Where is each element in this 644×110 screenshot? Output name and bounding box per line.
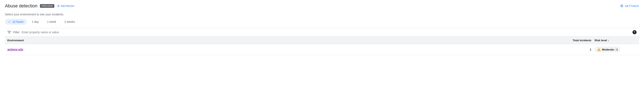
page-title: Abuse detection	[5, 3, 38, 9]
time-filter-1w[interactable]: 1 week	[44, 19, 60, 25]
filter-icon	[8, 31, 11, 34]
time-filter-1w-label: 1 week	[47, 20, 56, 23]
time-filter-1d-label: 1 day	[32, 20, 39, 23]
table-cell-risk: ! Moderate : 1	[591, 47, 636, 52]
sort-desc-icon: ↓	[608, 39, 609, 42]
header-left: Abuse detection PREVIEW ↺ REFRESH	[5, 3, 74, 9]
settings-button[interactable]: ⚙ SETTINGS	[620, 4, 639, 8]
time-filter-12h[interactable]: ✓ 12 hours	[5, 19, 27, 25]
table-header: Environment Total incidents Risk level ↓	[5, 36, 639, 44]
col-header-total: Total incidents	[558, 39, 591, 42]
svg-text:!: !	[599, 49, 599, 51]
time-filter-1d[interactable]: 1 day	[28, 19, 42, 25]
time-filter-2w[interactable]: 2 weeks	[61, 19, 78, 25]
refresh-label: REFRESH	[61, 4, 74, 7]
table-cell-environment: actions-e2e	[8, 48, 558, 51]
filter-bar: Filter ?	[5, 28, 639, 36]
time-filter-12h-label: 12 hours	[12, 20, 24, 23]
time-filter-group: ✓ 12 hours 1 day 1 week 2 weeks	[5, 19, 639, 25]
risk-badge: ! Moderate : 1	[594, 47, 620, 52]
incidents-table: Environment Total incidents Risk level ↓…	[5, 36, 639, 55]
table-cell-total: 1	[558, 48, 591, 51]
settings-label: SETTINGS	[625, 4, 639, 7]
col-header-environment: Environment	[8, 39, 558, 42]
table-row: actions-e2e 1 ! Moderate : 1	[5, 44, 639, 55]
environment-link[interactable]: actions-e2e	[8, 48, 23, 51]
col-risk-label: Risk level	[594, 39, 607, 42]
warning-icon: !	[597, 48, 601, 51]
page-header: Abuse detection PREVIEW ↺ REFRESH ⚙ SETT…	[5, 3, 639, 9]
filter-input[interactable]	[22, 31, 630, 34]
filter-label: Filter	[13, 31, 20, 34]
refresh-button[interactable]: ↺ REFRESH	[57, 4, 74, 8]
col-header-risk: Risk level ↓	[591, 39, 636, 42]
time-filter-2w-label: 2 weeks	[64, 20, 75, 23]
settings-icon: ⚙	[620, 4, 624, 8]
check-icon: ✓	[8, 20, 11, 23]
help-icon[interactable]: ?	[632, 30, 636, 34]
risk-label: Moderate : 1	[602, 48, 618, 51]
preview-badge: PREVIEW	[40, 4, 54, 8]
refresh-icon: ↺	[57, 4, 60, 8]
subtitle: Select your environment to see your inci…	[5, 13, 639, 16]
